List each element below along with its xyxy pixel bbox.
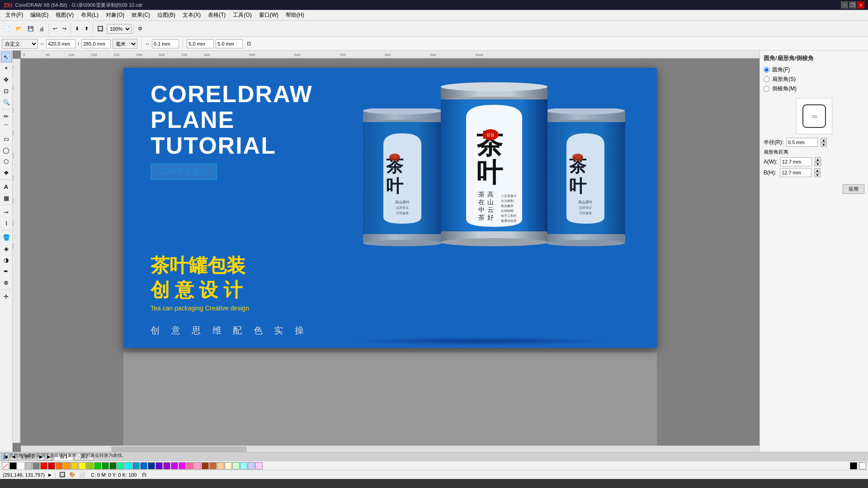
- color-brown[interactable]: [202, 462, 209, 469]
- redo-button[interactable]: ↪: [60, 23, 69, 35]
- menu-table[interactable]: 表格(T): [204, 10, 229, 20]
- menu-bitmap[interactable]: 位图(B): [154, 10, 179, 20]
- color-mint[interactable]: [117, 462, 124, 469]
- snap-button[interactable]: 🔲: [95, 23, 106, 35]
- radio-chamfer[interactable]: 倒棱角(M): [764, 85, 864, 93]
- color-skyblue[interactable]: [132, 462, 140, 469]
- zoom-tool[interactable]: 🔍: [1, 97, 12, 108]
- color-brightmagenta[interactable]: [179, 462, 186, 469]
- menu-text[interactable]: 文本(X): [179, 10, 204, 20]
- scallop-w-down-button[interactable]: ▼: [815, 162, 821, 166]
- scallop-w-up-button[interactable]: ▲: [815, 157, 821, 162]
- canvas-scroll-area[interactable]: CORELDRAW PLANE TUTORIAL CDR平面教程 茶叶罐包装 创…: [21, 59, 760, 452]
- color-lightyellow[interactable]: [225, 462, 232, 469]
- color-blue[interactable]: [140, 462, 147, 469]
- export-button[interactable]: ⬆: [82, 23, 91, 35]
- radius-input[interactable]: [786, 138, 818, 147]
- color-purple[interactable]: [156, 462, 163, 469]
- scallop-w-input[interactable]: [780, 157, 812, 166]
- transform-tool[interactable]: ✥: [1, 74, 12, 85]
- options-button[interactable]: ⚙: [136, 23, 145, 35]
- polygon-tool[interactable]: ⬡: [1, 156, 12, 167]
- unit-dropdown[interactable]: 毫米: [113, 39, 137, 49]
- color-lime[interactable]: [86, 462, 94, 469]
- color-forestgreen[interactable]: [109, 462, 117, 469]
- page-height-input[interactable]: [81, 39, 111, 48]
- color-amber[interactable]: [63, 462, 71, 469]
- color-lightpink[interactable]: [194, 462, 201, 469]
- radius-down-button[interactable]: ▼: [821, 142, 827, 147]
- color-orange[interactable]: [56, 462, 63, 469]
- scallop-h-up-button[interactable]: ▲: [814, 168, 821, 173]
- color-yellow[interactable]: [71, 462, 78, 469]
- color-magenta[interactable]: [171, 462, 178, 469]
- page-orientation-button[interactable]: ⊡: [245, 38, 253, 50]
- basic-shape-tool[interactable]: ❖: [1, 167, 12, 178]
- save-button[interactable]: 💾: [25, 23, 36, 35]
- radio-round[interactable]: 圆角(F): [764, 66, 864, 74]
- restore-button[interactable]: ❐: [849, 1, 856, 9]
- node-tool[interactable]: ⌖: [1, 63, 12, 74]
- transparency-tool[interactable]: ◑: [1, 254, 12, 265]
- radio-scallop-input[interactable]: [764, 76, 769, 82]
- color-darkred[interactable]: [48, 462, 55, 469]
- color-black[interactable]: [9, 462, 17, 469]
- color-lightgreen[interactable]: [232, 462, 240, 469]
- menu-edit[interactable]: 编辑(E): [27, 10, 52, 20]
- color-lightpurple[interactable]: [255, 462, 263, 469]
- color-white[interactable]: [17, 462, 24, 469]
- radio-scallop[interactable]: 扇形角(S): [764, 75, 864, 83]
- print-button[interactable]: 🖨: [37, 23, 47, 35]
- zoom-dropdown[interactable]: 100% 50% 200%: [107, 24, 132, 34]
- color-cyan[interactable]: [125, 462, 132, 469]
- radio-chamfer-input[interactable]: [764, 86, 769, 92]
- color-darkblue[interactable]: [148, 462, 155, 469]
- connector-tool[interactable]: ⌇: [1, 218, 12, 229]
- color-gray[interactable]: [33, 462, 40, 469]
- outline-tool[interactable]: ⊕: [1, 277, 12, 288]
- page-size-dropdown[interactable]: 自定义: [2, 39, 38, 49]
- crop-tool[interactable]: ⊡: [1, 85, 12, 96]
- scallop-h-input[interactable]: [780, 168, 811, 177]
- color-red[interactable]: [40, 462, 47, 469]
- radio-round-input[interactable]: [764, 67, 769, 73]
- menu-window[interactable]: 窗口(W): [255, 10, 282, 20]
- minimize-button[interactable]: −: [841, 1, 848, 9]
- color-silver[interactable]: [25, 462, 32, 469]
- menu-object[interactable]: 对象(O): [102, 10, 128, 20]
- color-brightyellow[interactable]: [79, 462, 86, 469]
- rectangle-tool[interactable]: ▭: [1, 133, 12, 144]
- page-width-input[interactable]: [46, 39, 75, 48]
- hscroll-thumb[interactable]: [111, 446, 247, 452]
- text-tool[interactable]: A: [1, 181, 12, 192]
- color-sienna[interactable]: [209, 462, 217, 469]
- color-lavender[interactable]: [248, 462, 255, 469]
- radius-up-button[interactable]: ▲: [821, 138, 827, 142]
- scallop-h-down-button[interactable]: ▼: [814, 173, 821, 177]
- eyedropper-tool[interactable]: ✒: [1, 266, 12, 277]
- color-darkgreen[interactable]: [102, 462, 109, 469]
- color-peach[interactable]: [217, 462, 224, 469]
- freehand-tool[interactable]: ✏: [1, 111, 12, 122]
- x-input[interactable]: [187, 39, 214, 48]
- menu-effects[interactable]: 效果(C): [128, 10, 154, 20]
- open-button[interactable]: 📂: [14, 23, 24, 35]
- no-color-swatch[interactable]: [2, 462, 9, 469]
- close-button[interactable]: ×: [857, 1, 864, 9]
- table-tool[interactable]: ▦: [1, 192, 12, 203]
- smart-fill-tool[interactable]: ◈: [1, 243, 12, 254]
- menu-tools[interactable]: 工具(O): [229, 10, 255, 20]
- new-button[interactable]: 📄: [2, 23, 13, 35]
- menu-file[interactable]: 文件(F): [2, 10, 27, 20]
- y-input[interactable]: [216, 39, 243, 48]
- ellipse-tool[interactable]: ◯: [1, 145, 12, 155]
- fill-tool[interactable]: 🪣: [1, 232, 12, 243]
- menu-view[interactable]: 视图(V): [52, 10, 77, 20]
- select-tool[interactable]: ↖: [1, 52, 12, 62]
- menu-help[interactable]: 帮助(H): [282, 10, 308, 20]
- apply-button[interactable]: 应用: [843, 184, 864, 194]
- dimension-tool[interactable]: ⊸: [1, 206, 12, 217]
- move-tool[interactable]: ✛: [1, 291, 12, 302]
- import-button[interactable]: ⬇: [73, 23, 81, 35]
- undo-button[interactable]: ↩: [51, 23, 59, 35]
